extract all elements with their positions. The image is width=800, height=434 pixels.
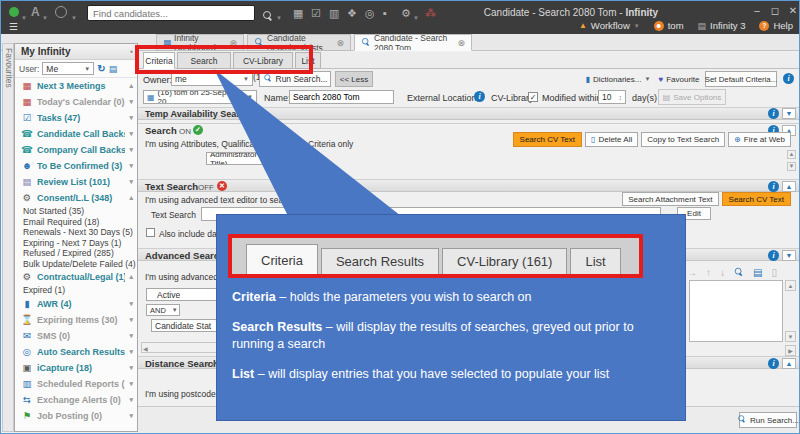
info-icon[interactable]: i bbox=[768, 250, 779, 261]
arrow-down-icon[interactable]: ↓ bbox=[720, 267, 725, 278]
phone-toolbar-icon[interactable]: ▪ bbox=[383, 6, 387, 20]
view-toolbar-icon[interactable]: ◎ bbox=[365, 6, 375, 20]
chart-toolbar-icon[interactable]: ▥ bbox=[329, 6, 339, 20]
user-profile-icon[interactable] bbox=[55, 6, 67, 18]
sidebar-item-scheduled-reports[interactable]: ▥Scheduled Reports (1)▾ bbox=[15, 376, 137, 392]
pin-icon[interactable]: ▪ bbox=[130, 44, 133, 59]
info-icon[interactable]: i bbox=[768, 108, 779, 119]
collapse-section-icon[interactable]: ▼ bbox=[782, 108, 796, 119]
favourite-button[interactable]: ♥Favourite bbox=[655, 71, 703, 87]
text-search-section-header[interactable] bbox=[138, 179, 800, 192]
sidebar-item-next-3-meetings[interactable]: ▦Next 3 Meetings▴ bbox=[15, 78, 137, 94]
app-dropdown-caret[interactable]: ▼ bbox=[42, 9, 48, 25]
favourites-strip[interactable]: Favourites bbox=[2, 43, 14, 432]
sidebar-subitem-refused[interactable]: Refused / Expired (285) bbox=[15, 248, 137, 259]
search-attachment-text-button[interactable]: Search Attachment Text bbox=[622, 192, 718, 206]
settings-caret[interactable]: ▼ bbox=[413, 9, 419, 25]
info-icon[interactable]: i bbox=[783, 73, 794, 84]
temp-availability-section-header[interactable]: Temp Availability Search bbox=[138, 107, 800, 120]
and-or-select[interactable]: AND▼ bbox=[146, 304, 180, 316]
set-default-criteria-button[interactable]: Set Default Criteria... bbox=[705, 71, 777, 87]
copy-to-text-search-button[interactable]: Copy to Text Search bbox=[641, 132, 725, 147]
dictionaries-button[interactable]: ▮Dictionaries...▼ bbox=[583, 71, 653, 87]
advanced-results-listbox[interactable] bbox=[689, 280, 783, 342]
sidebar-subitem-not-started[interactable]: Not Started (35) bbox=[15, 206, 137, 217]
tab-candidate-search-2080[interactable]: Candidate - Search 2080 Tom⊗ bbox=[354, 34, 472, 51]
database-menu[interactable]: ▤Infinity 3 bbox=[698, 20, 746, 31]
calendar-toolbar-icon[interactable]: ▦ bbox=[293, 6, 303, 20]
sidebar-item-consent[interactable]: ⚙Consent/L.L (348)▴ bbox=[15, 190, 137, 206]
record-dropdown-caret[interactable]: ▼ bbox=[21, 9, 27, 25]
run-search-bottom-button[interactable]: Run Search... bbox=[739, 412, 797, 428]
scroll-down-icon[interactable]: ▼ bbox=[787, 162, 796, 171]
workflow-menu[interactable]: ▲Workflow▼ bbox=[579, 20, 640, 31]
collapse-section-icon[interactable]: ▼ bbox=[782, 250, 796, 261]
screen-capture-toolbar-icon[interactable]: ❖ bbox=[347, 6, 357, 20]
info-icon[interactable]: i bbox=[768, 358, 779, 369]
contact-card-icon[interactable]: ▤ bbox=[109, 64, 118, 74]
search-icon[interactable] bbox=[734, 263, 744, 281]
profile-dropdown-caret[interactable]: ▼ bbox=[71, 9, 77, 25]
user-menu[interactable]: ☻tom bbox=[654, 20, 684, 31]
tasks-toolbar-icon[interactable]: ☑ bbox=[311, 6, 321, 20]
sidebar-item-auto-search-results[interactable]: ◎Auto Search Results (108)▾ bbox=[15, 344, 137, 360]
find-candidates-input[interactable] bbox=[87, 5, 255, 21]
sidebar-subitem-expiring[interactable]: Expiring - Next 7 Days (1) bbox=[15, 238, 137, 249]
maximize-button[interactable]: ◻ bbox=[767, 4, 783, 18]
search-name-input[interactable] bbox=[289, 90, 394, 104]
save-options-button[interactable]: ▤Save Options bbox=[658, 89, 726, 105]
sidebar-item-contractual-legal[interactable]: ⚙Contractual/Legal (1)▴ bbox=[15, 269, 137, 285]
close-button[interactable]: ✕ bbox=[785, 4, 800, 18]
search-cv-text-button[interactable]: Search CV Text bbox=[513, 132, 582, 147]
sidebar-item-sms[interactable]: ✉SMS (0)▾ bbox=[15, 328, 137, 344]
search-dropdown-caret[interactable]: ▼ bbox=[276, 9, 282, 25]
also-include-checkbox[interactable] bbox=[146, 228, 155, 237]
sidebar-item-todays-calendar[interactable]: ▦Today's Calendar (0)▾ bbox=[15, 94, 137, 110]
less-button[interactable]: << Less bbox=[335, 71, 373, 87]
user-select[interactable]: Me▼ bbox=[42, 62, 94, 75]
sidebar-subitem-email-required[interactable]: Email Required (18) bbox=[15, 217, 137, 228]
sidebar-item-tasks[interactable]: ☑Tasks (47)▾ bbox=[15, 110, 137, 126]
job-title-select[interactable]: Administrator (Job Title)▼ bbox=[206, 152, 308, 165]
scroll-up-icon[interactable]: ▲ bbox=[787, 150, 796, 159]
fire-at-web-button[interactable]: ⊕Fire at Web bbox=[728, 132, 791, 147]
saved-search-select[interactable]: ▦(16) tom on 25-Sep-20...▼ bbox=[143, 90, 257, 104]
sidebar-item-to-be-confirmed[interactable]: ☻To Be Confirmed (3)▾ bbox=[15, 158, 137, 174]
hamburger-menu-icon[interactable]: ☰ bbox=[9, 21, 18, 32]
sidebar-item-job-posting[interactable]: ⚑Job Posting (0)▾ bbox=[15, 408, 137, 424]
scroll-down-icon[interactable]: ▼ bbox=[785, 331, 796, 342]
scroll-up-icon[interactable]: ▲ bbox=[785, 280, 796, 291]
scroll-left-icon[interactable]: ◀ bbox=[143, 345, 148, 352]
copy-icon[interactable]: ▤ bbox=[753, 267, 762, 278]
sidebar-item-icapture[interactable]: ▣iCapture (18)▾ bbox=[15, 360, 137, 376]
record-status-icon[interactable] bbox=[9, 7, 19, 17]
owner-select[interactable]: me▼ bbox=[171, 72, 253, 86]
sidebar-item-company-call-backs[interactable]: ☎Company Call Backs (15)▾ bbox=[15, 142, 137, 158]
collapse-section-icon[interactable]: ▲ bbox=[782, 358, 796, 369]
sidebar-subitem-renewals[interactable]: Renewals - Next 30 Days (5) bbox=[15, 227, 137, 238]
sidebar-item-exchange-alerts[interactable]: ⇆Exchange Alerts (0)▾ bbox=[15, 392, 137, 408]
scroll-right-icon[interactable]: ▶ bbox=[785, 345, 796, 356]
sidebar-subitem-expired[interactable]: Expired (1) bbox=[15, 285, 137, 296]
sidebar-item-awr[interactable]: ▮AWR (4)▾ bbox=[15, 296, 137, 312]
search-icon[interactable] bbox=[263, 7, 273, 25]
collapse-section-icon[interactable]: ▲ bbox=[782, 181, 796, 192]
settings-toolbar-icon[interactable]: ⚙ bbox=[401, 6, 411, 20]
sidebar-item-candidate-call-backs[interactable]: ☎Candidate Call Backs (20)▾ bbox=[15, 126, 137, 142]
sidebar-item-expiring-items[interactable]: ⌛Expiring Items (30)▾ bbox=[15, 312, 137, 328]
refresh-icon[interactable]: ↻ bbox=[97, 63, 105, 74]
info-icon[interactable]: i bbox=[474, 91, 485, 102]
minimize-button[interactable]: – bbox=[749, 4, 765, 18]
arrow-up-icon[interactable]: ↑ bbox=[706, 267, 711, 278]
search-cv-text-button[interactable]: Search CV Text bbox=[722, 192, 791, 206]
delete-all-button[interactable]: ▯Delete All bbox=[585, 132, 638, 147]
app-icon[interactable]: A bbox=[31, 5, 40, 19]
help-menu[interactable]: ?Help bbox=[759, 20, 793, 31]
close-tab-icon[interactable]: ⊗ bbox=[457, 38, 465, 48]
cv-library-checkbox[interactable]: ✓ bbox=[528, 92, 538, 102]
sidebar-subitem-bulk-update[interactable]: Bulk Update/Delete Failed (4) bbox=[15, 259, 137, 270]
info-icon[interactable]: i bbox=[768, 181, 779, 192]
horizontal-scrollbar[interactable]: ◀ bbox=[141, 342, 217, 353]
modified-within-stepper[interactable]: 10↕ bbox=[598, 90, 626, 104]
arrow-right-icon[interactable]: → bbox=[687, 267, 697, 278]
